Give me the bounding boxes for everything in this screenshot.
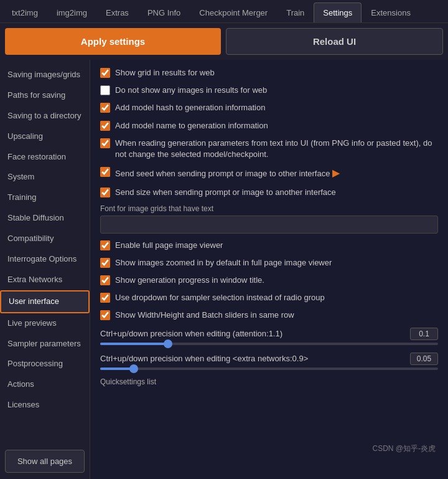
font-section: Font for image grids that have text	[100, 204, 438, 234]
tab-extensions[interactable]: Extensions	[362, 2, 420, 22]
tab-extras[interactable]: Extras	[96, 2, 138, 22]
checkbox-label-chk6: Send seed when sending prompt or image t…	[115, 166, 340, 180]
action-bar: Apply settings Reload UI	[0, 23, 448, 60]
sidebar-item-8[interactable]: Compatibility	[0, 229, 90, 249]
checkbox-row-chk8: Enable full page image viewer	[100, 240, 438, 251]
sidebar-item-14[interactable]: Postprocessing	[0, 354, 90, 374]
tab-png-info[interactable]: PNG Info	[138, 2, 190, 22]
sidebar-item-1[interactable]: Paths for saving	[0, 85, 90, 106]
tab-checkpoint-merger[interactable]: Checkpoint Merger	[190, 2, 277, 22]
font-label: Font for image grids that have text	[100, 204, 438, 213]
checkbox-chk6[interactable]	[100, 167, 110, 177]
sidebar-bottom: Show all pages	[0, 445, 90, 478]
checkbox-chk10[interactable]	[100, 275, 110, 285]
quicksettings-label: Quicksettings list	[100, 377, 438, 386]
slider-section-1: Ctrl+up/down precision when editing <ext…	[100, 353, 438, 370]
sidebar-item-4[interactable]: Face restoration	[0, 147, 90, 168]
sidebar-item-13[interactable]: Sampler parameters	[0, 334, 90, 354]
checkbox-row-chk9: Show images zoomed in by default in full…	[100, 257, 438, 268]
checkbox-chk5[interactable]	[100, 138, 110, 148]
checkbox-label-chk2: Do not show any images in results for we…	[115, 85, 267, 96]
slider-fill-1	[100, 368, 134, 370]
checkbox-label-chk12: Show Width/Height and Batch sliders in s…	[115, 310, 294, 321]
font-input[interactable]	[100, 216, 438, 234]
checkbox-chk9[interactable]	[100, 258, 110, 268]
checkbox-row-chk7: Send size when sending prompt or image t…	[100, 187, 438, 198]
checkbox-row-chk5: When reading generation parameters from …	[100, 138, 438, 160]
sidebar-item-15[interactable]: Actions	[0, 374, 90, 395]
checkbox-row-chk6: Send seed when sending prompt or image t…	[100, 166, 438, 180]
sidebar-item-6[interactable]: Training	[0, 187, 90, 208]
checkbox-label-chk10: Show generation progress in window title…	[115, 275, 264, 286]
show-all-pages-button[interactable]: Show all pages	[5, 450, 85, 473]
tab-img2img[interactable]: img2img	[47, 2, 96, 22]
slider-label-1: Ctrl+up/down precision when editing <ext…	[100, 354, 410, 363]
slider-thumb-1[interactable]	[129, 364, 138, 373]
checkbox-row-chk12: Show Width/Height and Batch sliders in s…	[100, 310, 438, 321]
slider-row-0: Ctrl+up/down precision when editing (att…	[100, 328, 438, 340]
checkbox-chk4[interactable]	[100, 121, 110, 131]
sidebar-item-11[interactable]: User interface	[0, 290, 90, 313]
checkbox-chk3[interactable]	[100, 103, 110, 113]
slider-value-0: 0.1	[410, 328, 438, 340]
checkbox-chk7[interactable]	[100, 187, 110, 197]
checkbox-label-chk8: Enable full page image viewer	[115, 240, 223, 251]
checkbox-label-chk4: Add model name to generation information	[115, 120, 268, 131]
top-nav: txt2imgimg2imgExtrasPNG InfoCheckpoint M…	[0, 0, 448, 23]
sidebar-item-3[interactable]: Upscaling	[0, 126, 90, 147]
slider-thumb-0[interactable]	[164, 339, 172, 348]
checkbox-chk1[interactable]	[100, 68, 110, 78]
slider-row-1: Ctrl+up/down precision when editing <ext…	[100, 353, 438, 365]
sidebar-item-5[interactable]: System	[0, 167, 90, 187]
sidebar-item-7[interactable]: Stable Diffusion	[0, 208, 90, 229]
checkbox-label-chk11: Use dropdown for sampler selection inste…	[115, 292, 325, 303]
checkbox-row-chk2: Do not show any images in results for we…	[100, 85, 438, 96]
reload-ui-button[interactable]: Reload UI	[226, 28, 443, 55]
checkbox-label-chk5: When reading generation parameters from …	[115, 138, 438, 160]
checkbox-row-chk11: Use dropdown for sampler selection inste…	[100, 292, 438, 303]
sidebar-item-12[interactable]: Live previews	[0, 313, 90, 334]
checkbox-row-chk3: Add model hash to generation information	[100, 102, 438, 113]
checkbox-label-chk7: Send size when sending prompt or image t…	[115, 187, 336, 198]
checkbox-row-chk10: Show generation progress in window title…	[100, 275, 438, 286]
slider-value-1: 0.05	[410, 353, 438, 365]
sidebar-item-9[interactable]: Interrogate Options	[0, 249, 90, 270]
checkbox-label-chk1: Show grid in results for web	[115, 67, 215, 78]
slider-track-0[interactable]	[100, 343, 438, 345]
slider-label-0: Ctrl+up/down precision when editing (att…	[100, 329, 410, 338]
slider-fill-0	[100, 343, 168, 345]
main-layout: Saving images/gridsPaths for savingSavin…	[0, 60, 448, 479]
checkbox-label-chk9: Show images zoomed in by default in full…	[115, 257, 332, 268]
checkbox-row-chk1: Show grid in results for web	[100, 67, 438, 78]
arrow-icon-chk6: ▶	[332, 166, 340, 180]
tab-txt2img[interactable]: txt2img	[2, 2, 47, 22]
slider-track-1[interactable]	[100, 368, 438, 370]
watermark: CSDN @知乎-炎虎	[372, 443, 436, 454]
sidebar-item-0[interactable]: Saving images/grids	[0, 65, 90, 85]
sidebar: Saving images/gridsPaths for savingSavin…	[0, 60, 90, 479]
settings-content: Show grid in results for webDo not show …	[90, 60, 448, 479]
sidebar-item-16[interactable]: Licenses	[0, 395, 90, 415]
tab-train[interactable]: Train	[277, 2, 314, 22]
checkbox-chk2[interactable]	[100, 85, 110, 95]
checkbox-label-chk3: Add model hash to generation information	[115, 102, 265, 113]
tab-settings[interactable]: Settings	[314, 2, 362, 22]
checkbox-chk8[interactable]	[100, 240, 110, 250]
slider-section-0: Ctrl+up/down precision when editing (att…	[100, 328, 438, 345]
checkbox-row-chk4: Add model name to generation information	[100, 120, 438, 131]
sidebar-item-2[interactable]: Saving to a directory	[0, 106, 90, 126]
checkbox-chk12[interactable]	[100, 310, 110, 320]
sidebar-item-10[interactable]: Extra Networks	[0, 270, 90, 290]
apply-settings-button[interactable]: Apply settings	[5, 28, 221, 55]
checkbox-chk11[interactable]	[100, 293, 110, 303]
